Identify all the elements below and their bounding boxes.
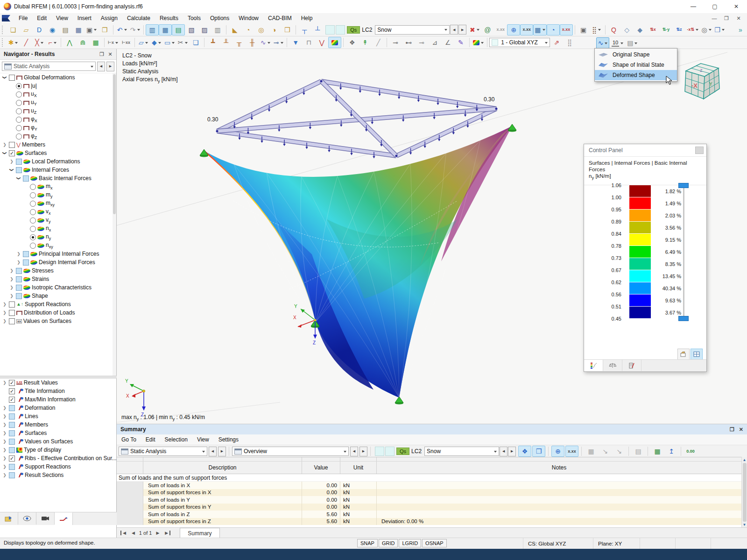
- frame-members[interactable]: [216, 80, 498, 159]
- display-item-title-information[interactable]: ✓Title Information: [0, 387, 117, 395]
- result-diagram-icon[interactable]: ◔: [547, 24, 560, 35]
- display-item-support-reactions[interactable]: ❯Support Reactions: [0, 462, 117, 471]
- insert-node-top-icon[interactable]: ┬: [298, 24, 311, 35]
- panel-options-button[interactable]: [677, 349, 690, 360]
- color-scale-icon[interactable]: [472, 37, 485, 48]
- new-surface-icon[interactable]: ▱: [137, 37, 150, 48]
- tree-item-members[interactable]: ❯⋁Members: [0, 140, 113, 149]
- diagram-two-icon[interactable]: ↘: [613, 446, 626, 457]
- summary-analysis-combo[interactable]: Static Analysis: [119, 447, 207, 456]
- result-section-4-icon[interactable]: ⊿: [428, 37, 441, 48]
- new-polyline-icon[interactable]: ⌐: [46, 37, 59, 48]
- radio-selected[interactable]: [16, 83, 22, 89]
- new-opening-icon[interactable]: ▭: [163, 37, 176, 48]
- checkbox-pa[interactable]: [16, 293, 22, 299]
- tree-item-distribution-of-loads[interactable]: ❯Distribution of Loads: [0, 308, 113, 317]
- new-cut-icon[interactable]: ❏: [189, 37, 202, 48]
- summary-view-prev[interactable]: ◀: [350, 447, 358, 456]
- checkbox-pa[interactable]: [9, 464, 15, 470]
- tree-item-isotropic-characteristics[interactable]: ❯Isotropic Characteristics: [0, 283, 113, 292]
- result-section-3-icon[interactable]: ⊸: [415, 37, 428, 48]
- tab-color-scale[interactable]: [584, 360, 603, 371]
- tree-scrollbar[interactable]: [113, 73, 116, 376]
- checkbox-pa[interactable]: [9, 405, 15, 411]
- checkbox-un[interactable]: [9, 301, 15, 308]
- expander-icon[interactable]: ❯: [16, 252, 21, 256]
- expander-icon[interactable]: ❯: [2, 422, 7, 427]
- display-factor-button[interactable]: 10: [610, 37, 625, 49]
- menu-file[interactable]: File: [14, 14, 32, 23]
- show-loads-icon[interactable]: @: [481, 24, 494, 35]
- new-node-icon[interactable]: ✱: [7, 37, 20, 48]
- status-cs[interactable]: CS: Global XYZ: [523, 538, 593, 549]
- isometric-view-icon[interactable]: ◇: [620, 24, 634, 35]
- import-icon[interactable]: ↥: [665, 446, 678, 457]
- tree-item-v[interactable]: vx: [0, 208, 113, 216]
- summary-scrollbar[interactable]: ▲▼: [741, 457, 747, 528]
- expander-icon[interactable]: ❯: [2, 319, 7, 323]
- table-plain-icon[interactable]: ▥: [211, 24, 224, 35]
- radio-unselected[interactable]: [16, 108, 22, 114]
- radio-unselected[interactable]: [30, 192, 36, 198]
- select-circle-icon[interactable]: ◔: [241, 24, 254, 35]
- radio-unselected[interactable]: [16, 125, 22, 131]
- navigator-close-icon[interactable]: ✕: [106, 51, 114, 57]
- summary-analysis-prev[interactable]: ◀: [209, 447, 217, 456]
- table-filtered-icon[interactable]: ▤: [172, 24, 185, 35]
- result-section-2-icon[interactable]: ⊷: [402, 37, 415, 48]
- expander-icon[interactable]: ❯: [9, 277, 14, 281]
- member-nonlinearity-icon[interactable]: ⊸: [272, 37, 285, 48]
- display-item-lines[interactable]: ❯Lines: [0, 412, 117, 420]
- walk-through-icon[interactable]: ↟: [359, 37, 372, 48]
- lc-swatch-icon[interactable]: [375, 447, 384, 456]
- new-solid-icon[interactable]: ◆: [150, 37, 163, 48]
- smooth-results-icon[interactable]: ✎: [454, 37, 467, 48]
- insert-node-bottom-icon[interactable]: ┴: [311, 24, 324, 35]
- member-hinge-icon[interactable]: ╨: [219, 37, 233, 48]
- table-row[interactable]: Sum of loads in Z5.60kN: [117, 511, 741, 518]
- checkbox-un[interactable]: [9, 310, 15, 316]
- checkbox-pa[interactable]: [9, 430, 15, 436]
- display-item-result-values[interactable]: ❯✓x.xxResult Values: [0, 378, 117, 387]
- tree-item-support-reactions[interactable]: ❯▲↑Support Reactions: [0, 300, 113, 308]
- mdi-close-button[interactable]: ✕: [733, 14, 744, 23]
- tree-item-u[interactable]: uZ: [0, 107, 113, 115]
- summary-tab[interactable]: Summary: [180, 528, 219, 538]
- member-support-icon[interactable]: ╥: [233, 37, 246, 48]
- more-toolbar-icon[interactable]: »: [734, 24, 747, 35]
- tab-display-navigator[interactable]: [18, 512, 36, 525]
- radio-unselected[interactable]: [16, 133, 22, 140]
- tree-item-v[interactable]: vy: [0, 216, 113, 224]
- checkbox-un[interactable]: [9, 142, 15, 148]
- toolbar-lc-prev[interactable]: ◀: [450, 25, 458, 35]
- tree-item-strains[interactable]: ❯Strains: [0, 275, 113, 283]
- tree-item-principal-internal-forces[interactable]: ❯Principal Internal Forces: [0, 250, 113, 258]
- tree-item--[interactable]: φX: [0, 115, 113, 124]
- checkbox-pa[interactable]: [9, 447, 15, 453]
- summary-load-case-combo[interactable]: Snow: [424, 447, 499, 456]
- select-polygon-icon[interactable]: ◣: [228, 24, 241, 35]
- surface-results-icon[interactable]: [328, 37, 341, 48]
- status-plane[interactable]: Plane: XY: [593, 538, 640, 549]
- checkbox-ck[interactable]: ✓: [9, 380, 15, 386]
- radio-unselected[interactable]: [30, 201, 36, 207]
- maximize-button[interactable]: ▢: [704, 0, 726, 13]
- checkbox-pa[interactable]: [9, 439, 15, 445]
- expander-icon[interactable]: ❯: [2, 464, 7, 469]
- radio-unselected[interactable]: [16, 100, 22, 106]
- redo-icon[interactable]: ↷: [128, 24, 141, 35]
- dimension-xx-icon[interactable]: ⊢xx: [120, 37, 133, 48]
- page-prev-button[interactable]: ◀: [130, 531, 136, 535]
- expander-icon[interactable]: ❯: [2, 448, 7, 452]
- expander-icon[interactable]: ❯: [16, 175, 21, 181]
- summary-lc-prev[interactable]: ◀: [500, 447, 507, 456]
- tab-data-navigator[interactable]: [0, 512, 18, 525]
- visibility-cubes-icon[interactable]: ❒: [713, 24, 726, 35]
- checkbox-ck[interactable]: ✓: [9, 455, 15, 462]
- menu-tools[interactable]: Tools: [183, 14, 205, 23]
- navigator-float-icon[interactable]: ❐: [98, 51, 106, 57]
- expander-icon[interactable]: ❯: [2, 439, 7, 444]
- table-row[interactable]: Sum of support forces in Z5.60kNDeviatio…: [117, 518, 741, 525]
- menu-item-original-shape[interactable]: Original Shape: [595, 49, 677, 60]
- member-diagram-icon[interactable]: ⋁: [315, 37, 328, 48]
